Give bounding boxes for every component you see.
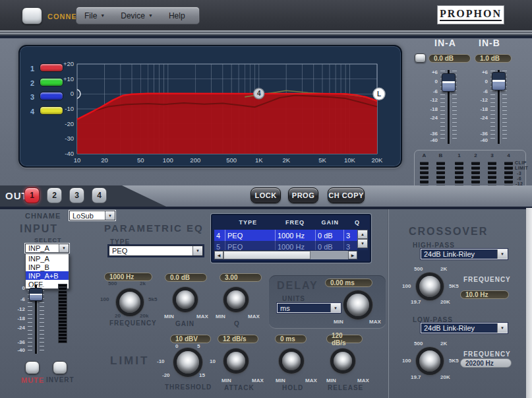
- table-vertical-scrollbar[interactable]: ▲ ▼: [357, 230, 368, 250]
- svg-text:0: 0: [71, 90, 74, 97]
- knob-scale-label: 500: [414, 341, 423, 347]
- tab-out-4[interactable]: 4: [92, 187, 107, 203]
- meter-scale-label: LIMIT: [515, 166, 528, 170]
- input-link-button[interactable]: [415, 53, 426, 63]
- scroll-up-icon[interactable]: ▲: [357, 230, 368, 239]
- dropdown-option-inp-b[interactable]: INP_B: [26, 263, 69, 271]
- lowpass-frequency-readout[interactable]: 20200 Hz: [460, 358, 512, 368]
- scroll-down-icon[interactable]: ▼: [357, 239, 368, 248]
- delay-panel: DELAY 0.00 ms UNITS ms ▼ MIN MAX: [269, 275, 386, 328]
- prog-button[interactable]: PROG: [288, 187, 318, 203]
- limit-attack-readout[interactable]: 12 dB/s: [218, 335, 258, 343]
- table-row[interactable]: 5 PEQ 1000 Hz 0 dB 3: [214, 241, 357, 250]
- mute-button[interactable]: [25, 361, 40, 374]
- frequency-response-plot[interactable]: 4L1020501002005001K2K5K10K20K+20+100-10-…: [20, 46, 403, 169]
- svg-text:500: 500: [226, 156, 237, 164]
- eq-row-gain: 0 dB: [316, 230, 344, 241]
- menu-file[interactable]: File ▼: [76, 7, 113, 24]
- limit-release-readout[interactable]: 120 dB/s: [326, 335, 363, 343]
- limit-threshold-knob[interactable]: [177, 351, 199, 374]
- tab-out-1[interactable]: 1: [24, 187, 40, 203]
- fader-scale-label: +6: [471, 69, 488, 75]
- limit-threshold-readout[interactable]: 10 dBV: [170, 335, 211, 343]
- lowpass-frequency-knob[interactable]: [419, 350, 440, 372]
- in-a-label: IN-A: [434, 38, 456, 48]
- limit-hold-readout[interactable]: 0 ms: [275, 335, 307, 343]
- limit-threshold-label: THRESHOLD: [165, 383, 212, 391]
- menu-help[interactable]: Help: [161, 7, 193, 24]
- eq-q-readout[interactable]: 3.00: [220, 273, 262, 282]
- eq-row-q: 3: [344, 241, 357, 250]
- input-select-combo[interactable]: INP_A ▼: [25, 244, 69, 253]
- in-b-fader-handle[interactable]: [492, 72, 506, 90]
- svg-text:-30: -30: [65, 135, 74, 142]
- knob-min-label: MIN: [276, 378, 285, 383]
- knob-scale-label: 5k5: [148, 296, 157, 302]
- eq-type-combo[interactable]: PEQ ▼: [109, 246, 203, 256]
- knob-min-label: MIN: [326, 378, 336, 383]
- highpass-label: HIGH-PASS: [413, 242, 455, 249]
- knob-scale-label: 20k: [140, 313, 148, 319]
- tab-out-3[interactable]: 3: [69, 187, 84, 203]
- dropdown-option-inp-ab[interactable]: INP_A+B: [26, 271, 69, 280]
- delay-knob[interactable]: [347, 294, 369, 316]
- eq-q-knob[interactable]: [227, 290, 245, 309]
- input-fader: 0 -6 -12 -18 -24 -36 -40: [12, 284, 71, 345]
- knob-scale-label: 15: [199, 372, 205, 378]
- highpass-frequency-knob[interactable]: [419, 276, 440, 297]
- chname-combo[interactable]: LoSub ▼: [69, 211, 115, 220]
- lowpass-filter-value: 24dB Link-Riley: [421, 323, 497, 333]
- ch-copy-button[interactable]: CH COPY: [328, 187, 365, 203]
- chevron-down-icon[interactable]: ▼: [59, 244, 69, 252]
- highpass-frequency-readout[interactable]: 10.0 Hz: [460, 290, 509, 299]
- meter-col-label: 4: [504, 152, 514, 158]
- in-a-fader-handle[interactable]: [442, 73, 456, 92]
- delay-units-combo[interactable]: ms ▼: [277, 303, 341, 313]
- limit-release-knob[interactable]: [334, 352, 352, 370]
- scroll-left-icon[interactable]: ◀: [214, 251, 223, 259]
- tab-out-2[interactable]: 2: [47, 187, 62, 203]
- knob-scale-label: 100: [100, 296, 109, 302]
- invert-label: INVERT: [46, 376, 74, 383]
- svg-text:50: 50: [137, 156, 144, 164]
- chevron-down-icon[interactable]: ▼: [105, 211, 115, 220]
- highpass-filter-combo[interactable]: 24dB Link-Riley ▼: [421, 249, 508, 259]
- scrollbar-thumb[interactable]: [223, 251, 310, 259]
- scroll-right-icon[interactable]: ▶: [348, 251, 357, 259]
- limit-hold-knob[interactable]: [282, 352, 301, 370]
- table-horizontal-scrollbar[interactable]: ◀ ▶: [214, 251, 357, 259]
- knob-scale-label: 500: [414, 266, 423, 272]
- menu-device[interactable]: Device ▼: [113, 7, 161, 24]
- chevron-down-icon[interactable]: ▼: [497, 249, 507, 259]
- invert-button[interactable]: [53, 361, 67, 374]
- knob-scale-label: 5K5: [449, 283, 459, 289]
- input-title: INPUT: [20, 223, 58, 235]
- eq-gain-knob[interactable]: [176, 290, 194, 309]
- chevron-down-icon[interactable]: ▼: [192, 246, 202, 255]
- svg-text:-20: -20: [65, 120, 74, 127]
- fader-scale-label: -6: [421, 88, 438, 94]
- chevron-down-icon[interactable]: ▼: [330, 304, 340, 312]
- dropdown-option-inp-a[interactable]: INP_A: [26, 254, 69, 263]
- eq-gain-readout[interactable]: 0.0 dB: [165, 273, 207, 282]
- table-row[interactable]: 4 PEQ 1000 Hz 0 dB 3: [214, 230, 357, 241]
- connect-button[interactable]: [22, 7, 42, 24]
- svg-text:-40: -40: [65, 150, 74, 157]
- meter-col-label: 3: [487, 152, 497, 158]
- eq-row-freq: 1000 Hz: [276, 241, 316, 250]
- in-b-gain-readout[interactable]: 1.0 dB: [475, 54, 512, 63]
- input-fader-handle[interactable]: [29, 288, 43, 301]
- lock-button[interactable]: LOCK: [251, 187, 281, 203]
- delay-title: DELAY: [277, 280, 318, 292]
- menu-file-label: File: [84, 11, 97, 20]
- eq-row-type: PEQ: [225, 241, 276, 250]
- chevron-down-icon[interactable]: ▼: [497, 323, 507, 333]
- eq-row-q: 3: [344, 230, 357, 241]
- lowpass-filter-combo[interactable]: 24dB Link-Riley ▼: [421, 323, 508, 333]
- delay-readout[interactable]: 0.00 ms: [325, 279, 372, 287]
- eq-frequency-knob[interactable]: [119, 292, 140, 313]
- svg-text:20: 20: [101, 156, 108, 164]
- limit-attack-knob[interactable]: [227, 352, 245, 370]
- svg-text:+10: +10: [63, 75, 74, 83]
- in-a-gain-readout[interactable]: 0.0 dB: [429, 54, 471, 63]
